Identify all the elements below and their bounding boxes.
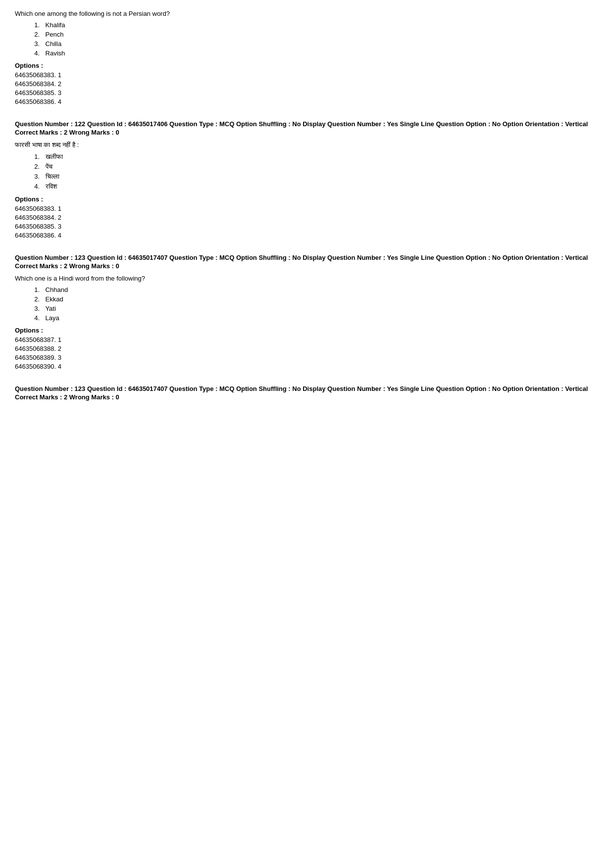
option-value: 64635068385. 3: [15, 89, 599, 96]
question-121-content: Which one among the following is not a P…: [15, 10, 599, 105]
q122-correct-marks: Correct Marks : 2 Wrong Marks : 0: [15, 129, 599, 136]
q122-options-list: 1. खलीफा 2. पेंच 3. चिल्ला 4. रविश: [30, 153, 599, 191]
option-value: 64635068384. 2: [15, 80, 599, 88]
option-value: 64635068386. 4: [15, 98, 599, 105]
q121-text: Which one among the following is not a P…: [15, 10, 599, 17]
list-item: 3. चिल्ला: [30, 173, 599, 181]
q123-dup-meta: Question Number : 123 Question Id : 6463…: [15, 385, 599, 392]
q123-dup-correct-marks: Correct Marks : 2 Wrong Marks : 0: [15, 393, 599, 401]
option-value: 64635068390. 4: [15, 363, 599, 370]
option-value: 64635068383. 1: [15, 71, 599, 79]
q121-options-label: Options :: [15, 62, 599, 69]
q122-meta: Question Number : 122 Question Id : 6463…: [15, 120, 599, 128]
q121-option-values: 64635068383. 1 64635068384. 2 6463506838…: [15, 71, 599, 105]
option-value: 64635068387. 1: [15, 336, 599, 343]
list-item: 4. Laya: [30, 314, 599, 322]
option-value: 64635068384. 2: [15, 214, 599, 221]
q123-eng-meta: Question Number : 123 Question Id : 6463…: [15, 254, 599, 261]
list-item: 3. Yati: [30, 305, 599, 312]
list-item: 2. Pench: [30, 31, 599, 38]
list-item: 1. खलीफा: [30, 153, 599, 161]
q122-options-label: Options :: [15, 195, 599, 203]
q123-eng-options-label: Options :: [15, 327, 599, 334]
list-item: 4. रविश: [30, 183, 599, 191]
option-value: 64635068385. 3: [15, 223, 599, 230]
option-value: 64635068389. 3: [15, 354, 599, 361]
q121-options-list: 1. Khalifa 2. Pench 3. Chilla 4. Ravish: [30, 21, 599, 57]
option-value: 64635068383. 1: [15, 205, 599, 212]
question-123-duplicate: Question Number : 123 Question Id : 6463…: [15, 385, 599, 401]
q123-eng-correct-marks: Correct Marks : 2 Wrong Marks : 0: [15, 262, 599, 270]
question-123-english: Question Number : 123 Question Id : 6463…: [15, 254, 599, 370]
question-122: Question Number : 122 Question Id : 6463…: [15, 120, 599, 239]
option-value: 64635068388. 2: [15, 345, 599, 352]
list-item: 1. Chhand: [30, 286, 599, 293]
list-item: 3. Chilla: [30, 40, 599, 48]
list-item: 2. Ekkad: [30, 295, 599, 303]
list-item: 1. Khalifa: [30, 21, 599, 29]
list-item: 2. पेंच: [30, 163, 599, 171]
q123-eng-option-values: 64635068387. 1 64635068388. 2 6463506838…: [15, 336, 599, 370]
q122-text-hindi: फारसी भाषा का शब्द नहीं है :: [15, 141, 599, 149]
q123-eng-text: Which one is a Hindi word from the follo…: [15, 275, 599, 282]
q122-option-values: 64635068383. 1 64635068384. 2 6463506838…: [15, 205, 599, 239]
option-value: 64635068386. 4: [15, 232, 599, 239]
list-item: 4. Ravish: [30, 49, 599, 57]
q123-eng-options-list: 1. Chhand 2. Ekkad 3. Yati 4. Laya: [30, 286, 599, 322]
